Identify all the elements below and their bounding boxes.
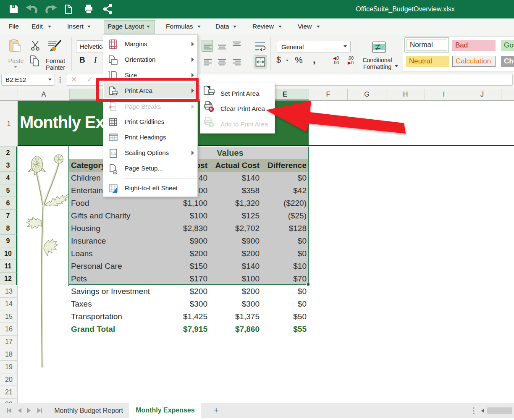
svg-text:1:1: 1:1 (111, 152, 116, 156)
